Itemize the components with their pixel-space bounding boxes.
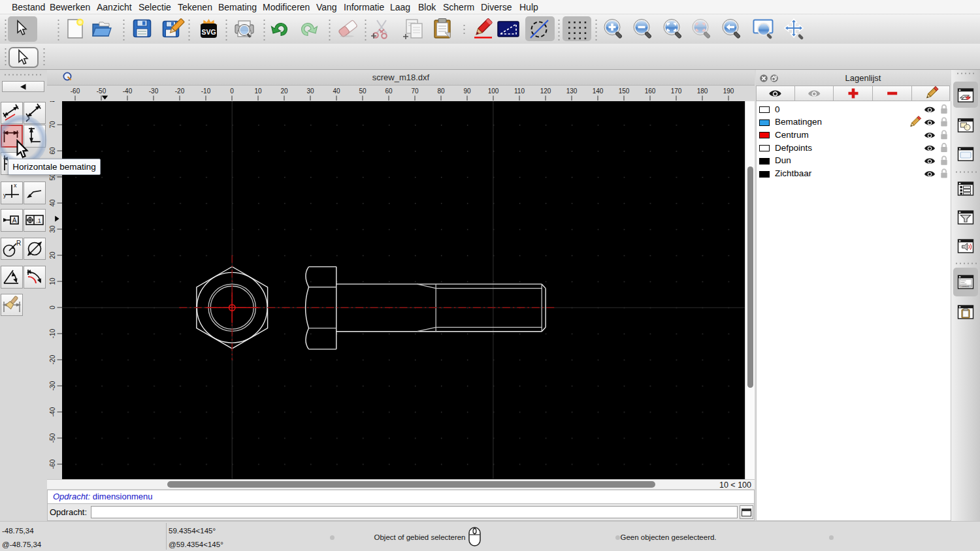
svg-text:150: 150 [619,87,630,95]
svg-text:100: 100 [488,87,499,95]
svg-text:command: command [961,285,969,288]
svg-text:R: R [16,240,21,247]
svg-text:-50: -50 [49,433,56,443]
svg-text:A: A [12,217,17,224]
svg-text:90: 90 [463,87,471,95]
svg-text:-30: -30 [49,381,56,390]
svg-text:70: 70 [411,87,419,95]
svg-text:40: 40 [49,199,56,207]
svg-text:-60: -60 [49,459,56,469]
svg-text:180: 180 [697,87,708,95]
svg-text:0: 0 [49,306,56,309]
svg-text:20: 20 [49,251,56,259]
svg-text:SVG: SVG [201,28,216,36]
svg-text:-20: -20 [49,354,56,364]
svg-text:160: 160 [645,87,656,95]
svg-text:-20: -20 [175,87,185,95]
svg-text:60: 60 [385,87,393,95]
svg-text:80: 80 [49,101,56,102]
svg-text:170: 170 [671,87,682,95]
svg-text:40: 40 [333,87,340,95]
svg-text:140: 140 [593,87,604,95]
svg-text:-30: -30 [149,87,159,95]
svg-text:0: 0 [230,87,234,95]
svg-text:50: 50 [359,87,367,95]
svg-text:-50: -50 [97,87,106,95]
svg-text:-40: -40 [123,87,133,95]
svg-text:-10: -10 [201,87,211,95]
svg-text:20: 20 [280,87,288,95]
svg-text:80: 80 [437,87,445,95]
svg-text:110: 110 [514,87,525,95]
svg-text:-40: -40 [49,407,56,417]
svg-text:y: y [3,192,7,198]
svg-text:.1: .1 [36,217,41,224]
svg-text:120: 120 [540,87,551,95]
svg-text:10: 10 [49,277,56,285]
svg-text:130: 130 [566,87,578,95]
svg-text:-10: -10 [49,328,56,338]
svg-text:30: 30 [306,87,314,95]
svg-text:190: 190 [723,87,734,95]
svg-text:10: 10 [254,87,262,95]
svg-text:30: 30 [49,225,56,233]
svg-text:-60: -60 [71,87,80,95]
svg-text:70: 70 [49,121,56,129]
svg-text:60: 60 [49,147,56,155]
svg-text:x: x [14,182,17,189]
